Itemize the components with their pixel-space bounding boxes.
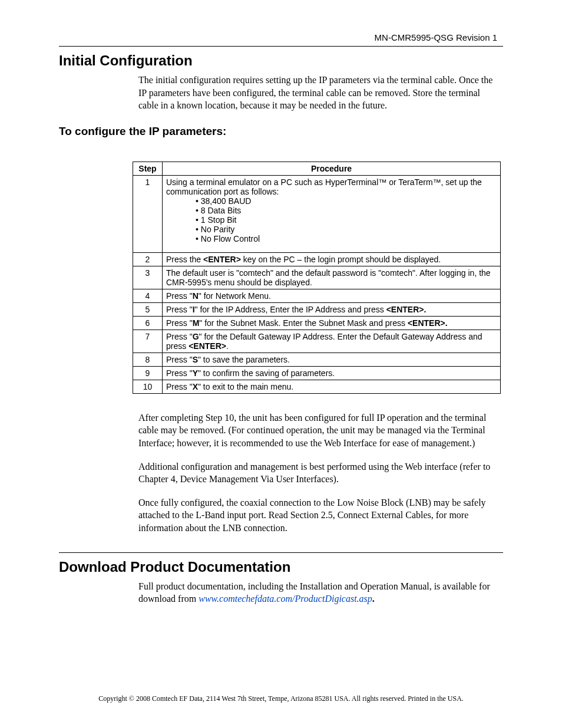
t: Press " — [166, 291, 193, 301]
table-row: 9 Press "Y" to confirm the saving of par… — [133, 366, 501, 380]
t: key on the PC – the login prompt should … — [241, 255, 441, 264]
doc-header-id: MN-CMR5995-QSG Revision 1 — [59, 32, 503, 42]
download-link[interactable]: www.comtechefdata.com/ProductDigicast.as… — [199, 594, 372, 604]
t: Press " — [166, 382, 193, 391]
step-procedure: Press "I" for the IP Address, Enter the … — [163, 302, 501, 316]
t: . — [372, 594, 375, 604]
step-procedure: Press "Y" to confirm the saving of param… — [163, 366, 501, 380]
b: N — [193, 291, 199, 301]
col-procedure: Procedure — [163, 162, 501, 175]
bullet: • No Flow Control — [196, 234, 497, 243]
section-heading-initial-config: Initial Configuration — [59, 52, 503, 69]
page-content: MN-CMR5995-QSG Revision 1 Initial Config… — [0, 0, 562, 605]
t: Press " — [166, 318, 193, 328]
download-block: Full product documentation, including th… — [138, 580, 497, 605]
step-number: 5 — [133, 302, 163, 316]
t: " for the IP Address, Enter the IP Addre… — [195, 305, 386, 314]
table-row: 7 Press "G" for the Default Gateway IP A… — [133, 330, 501, 353]
download-paragraph: Full product documentation, including th… — [138, 580, 497, 605]
page-footer: Copyright © 2008 Comtech EF Data, 2114 W… — [0, 694, 562, 703]
t: . — [226, 341, 229, 351]
step-number: 4 — [133, 289, 163, 302]
step-procedure: Press "N" for Network Menu. — [163, 289, 501, 302]
spacer — [166, 243, 497, 251]
step-number: 2 — [133, 252, 163, 266]
step-number: 9 — [133, 366, 163, 380]
intro-paragraph: The initial configuration requires setti… — [138, 74, 497, 112]
step-number: 7 — [133, 330, 163, 353]
t: Press " — [166, 332, 193, 341]
bullet: • 1 Stop Bit — [196, 215, 497, 225]
b: <ENTER> — [203, 255, 241, 264]
table-row: 6 Press "M" for the Subnet Mask. Enter t… — [133, 316, 501, 330]
table-row: 8 Press "S" to save the parameters. — [133, 353, 501, 366]
step-number: 8 — [133, 353, 163, 366]
table-row: 1 Using a terminal emulator on a PC such… — [133, 175, 501, 252]
procedure-table: Step Procedure 1 Using a terminal emulat… — [133, 162, 501, 394]
t: " for Network Menu. — [199, 291, 271, 301]
step-procedure: The default user is "comtech" and the de… — [163, 266, 501, 289]
table-row: 4 Press "N" for Network Menu. — [133, 289, 501, 302]
t: " to save the parameters. — [198, 355, 290, 364]
b: S — [193, 355, 198, 364]
step-procedure: Using a terminal emulator on a PC such a… — [163, 175, 501, 252]
table-row: 10 Press "X" to exit to the main menu. — [133, 380, 501, 393]
proc-bullets: • 38,400 BAUD • 8 Data Bits • 1 Stop Bit… — [196, 196, 497, 243]
divider — [59, 46, 503, 47]
bullet: • No Parity — [196, 225, 497, 234]
b: <ENTER>. — [408, 318, 448, 328]
step-procedure: Press "S" to save the parameters. — [163, 353, 501, 366]
proc-text: Using a terminal emulator on a PC such a… — [166, 177, 482, 196]
step-procedure: Press "M" for the Subnet Mask. Enter the… — [163, 316, 501, 330]
bullet: • 8 Data Bits — [196, 206, 497, 215]
after-table-block: After completing Step 10, the unit has b… — [138, 411, 497, 535]
t: Press " — [166, 368, 193, 378]
table-row: 2 Press the <ENTER> key on the PC – the … — [133, 252, 501, 266]
t: " for the Subnet Mask. Enter the Subnet … — [199, 318, 408, 328]
after-p1: After completing Step 10, the unit has b… — [138, 411, 497, 450]
step-procedure: Press "X" to exit to the main menu. — [163, 380, 501, 393]
t: " to confirm the saving of parameters. — [198, 368, 335, 378]
b: M — [193, 318, 200, 328]
t: Press " — [166, 355, 193, 364]
after-p3: Once fully configured, the coaxial conne… — [138, 496, 497, 535]
step-number: 6 — [133, 316, 163, 330]
subheading-configure-ip: To configure the IP parameters: — [59, 125, 503, 138]
b: <ENTER> — [189, 341, 226, 351]
table-header-row: Step Procedure — [133, 162, 501, 175]
bullet: • 38,400 BAUD — [196, 196, 497, 206]
t: Press " — [166, 305, 193, 314]
table-row: 5 Press "I" for the IP Address, Enter th… — [133, 302, 501, 316]
step-number: 1 — [133, 175, 163, 252]
after-p2: Additional configuration and management … — [138, 460, 497, 486]
intro-block: The initial configuration requires setti… — [138, 74, 497, 112]
b: G — [193, 332, 199, 341]
b: X — [193, 382, 198, 391]
step-number: 10 — [133, 380, 163, 393]
table-row: 3 The default user is "comtech" and the … — [133, 266, 501, 289]
step-procedure: Press "G" for the Default Gateway IP Add… — [163, 330, 501, 353]
b: <ENTER>. — [386, 305, 427, 314]
section-heading-download-docs: Download Product Documentation — [59, 559, 503, 575]
divider — [59, 552, 503, 553]
t: " to exit to the main menu. — [198, 382, 293, 391]
step-procedure: Press the <ENTER> key on the PC – the lo… — [163, 252, 501, 266]
b: Y — [193, 368, 198, 378]
step-number: 3 — [133, 266, 163, 289]
t: Press the — [166, 255, 203, 264]
col-step: Step — [133, 162, 163, 175]
